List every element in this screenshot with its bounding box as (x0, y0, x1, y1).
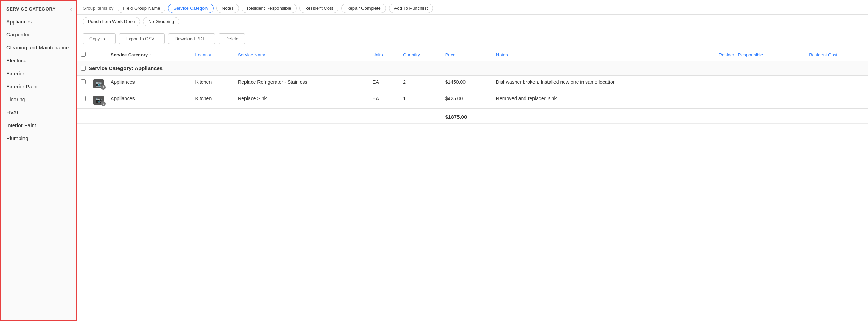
table-header-residentCost: Resident Cost (805, 48, 868, 61)
sidebar-title: SERVICE CATEGORY (1, 1, 76, 15)
toolbar: Copy to...Export to CSV...Download PDF..… (77, 30, 868, 48)
sidebar-item[interactable]: Exterior Paint (1, 80, 76, 93)
table-header-serviceName: Service Name (234, 48, 369, 61)
table-cell-residentCost (805, 76, 868, 92)
group-chip[interactable]: Repair Complete (341, 4, 386, 13)
sidebar-item[interactable]: Appliances (1, 15, 76, 28)
table-cell-price: $1450.00 (442, 76, 492, 92)
total-row: $1875.00 (77, 109, 868, 124)
toolbar-button[interactable]: Delete (219, 33, 245, 44)
table-header-quantity: Quantity (399, 48, 441, 61)
row-checkbox[interactable] (81, 79, 86, 84)
group-select-checkbox[interactable] (81, 66, 86, 71)
group-chips-row1: Field Group NameService CategoryNotesRes… (118, 4, 433, 13)
table-cell-residentResponsible (715, 92, 806, 109)
table-wrapper[interactable]: Service Category ↑LocationService NameUn… (77, 48, 868, 321)
table-cell-serviceName: Replace Refrigerator - Stainless (234, 76, 369, 92)
table-cell-img: 📷2 (90, 76, 107, 92)
table-header-notes: Notes (492, 48, 715, 61)
table-cell-units: EA (369, 92, 399, 109)
sidebar-item[interactable]: Exterior (1, 67, 76, 80)
group-chip[interactable]: Resident Cost (299, 4, 339, 13)
table-header-units: Units (369, 48, 399, 61)
table-cell-serviceCategory: Appliances (107, 76, 192, 92)
main-table: Service Category ↑LocationService NameUn… (77, 48, 868, 124)
group-chip[interactable]: Punch Item Work Done (83, 17, 140, 26)
group-chips-row2: Punch Item Work DoneNo Grouping (83, 17, 179, 26)
table-cell-quantity: 2 (399, 76, 441, 92)
total-cell-notes (492, 109, 715, 124)
sidebar-item[interactable]: Flooring (1, 93, 76, 106)
table-cell-checkbox (77, 92, 90, 109)
group-chip[interactable]: Add To Punchlist (389, 4, 433, 13)
total-cell-serviceName (234, 109, 369, 124)
sidebar-item[interactable]: Cleaning and Maintenance (1, 41, 76, 54)
table-row: 📷2AppliancesKitchenReplace SinkEA1$425.0… (77, 92, 868, 109)
total-cell-price: $1875.00 (442, 109, 492, 124)
image-thumbnail-icon[interactable]: 📷2 (93, 79, 104, 88)
select-all-checkbox[interactable] (81, 52, 86, 57)
group-chip[interactable]: No Grouping (143, 17, 179, 26)
group-bar-row1: Group items by Field Group NameService C… (77, 0, 868, 15)
table-cell-units: EA (369, 76, 399, 92)
table-cell-location: Kitchen (192, 92, 234, 109)
sidebar-item[interactable]: Plumbing (1, 132, 76, 145)
group-header-row: Service Category: Appliances (77, 61, 868, 76)
image-thumbnail-icon[interactable]: 📷2 (93, 96, 104, 105)
toolbar-buttons: Copy to...Export to CSV...Download PDF..… (83, 33, 245, 44)
sidebar: SERVICE CATEGORY ‹ AppliancesCarpentryCl… (0, 0, 77, 321)
total-cell-location (192, 109, 234, 124)
total-cell-quantity (399, 109, 441, 124)
sort-arrow-icon: ↑ (150, 53, 152, 57)
toolbar-button[interactable]: Export to CSV... (119, 33, 165, 44)
table-header-location: Location (192, 48, 234, 61)
sidebar-item[interactable]: HVAC (1, 106, 76, 119)
table-cell-notes: Dishwasher broken. Installed new one in … (492, 76, 715, 92)
toolbar-button[interactable]: Copy to... (83, 33, 116, 44)
total-cell-img (90, 109, 107, 124)
table-cell-quantity: 1 (399, 92, 441, 109)
toolbar-button[interactable]: Download PDF... (168, 33, 215, 44)
sidebar-collapse-button[interactable]: ‹ (69, 5, 74, 14)
image-count-badge: 2 (101, 85, 106, 90)
group-header-label: Service Category: Appliances (89, 65, 163, 71)
group-bar-row2: Punch Item Work DoneNo Grouping (77, 15, 868, 30)
total-cell-residentCost (805, 109, 868, 124)
total-cell-units (369, 109, 399, 124)
sidebar-item[interactable]: Interior Paint (1, 119, 76, 132)
row-checkbox[interactable] (81, 96, 86, 101)
table-cell-serviceName: Replace Sink (234, 92, 369, 109)
table-cell-serviceCategory: Appliances (107, 92, 192, 109)
table-cell-price: $425.00 (442, 92, 492, 109)
total-cell-checkbox (77, 109, 90, 124)
group-chip[interactable]: Resident Responsible (242, 4, 296, 13)
image-count-badge: 2 (101, 101, 106, 106)
table-header-price: Price (442, 48, 492, 61)
group-chip[interactable]: Field Group Name (118, 4, 165, 13)
table-header-checkbox (77, 48, 90, 61)
group-by-label: Group items by (83, 6, 113, 11)
sidebar-item[interactable]: Carpentry (1, 28, 76, 41)
table-cell-checkbox (77, 76, 90, 92)
table-row: 📷2AppliancesKitchenReplace Refrigerator … (77, 76, 868, 92)
group-chip[interactable]: Service Category (168, 4, 214, 13)
total-cell-serviceCategory (107, 109, 192, 124)
main-content: Group items by Field Group NameService C… (77, 0, 868, 321)
table-header-img (90, 48, 107, 61)
table-cell-residentResponsible (715, 76, 806, 92)
total-cell-residentResponsible (715, 109, 806, 124)
table-header-serviceCategory[interactable]: Service Category ↑ (107, 48, 192, 61)
table-cell-residentCost (805, 92, 868, 109)
sidebar-items-list: AppliancesCarpentryCleaning and Maintena… (1, 15, 76, 145)
group-chip[interactable]: Notes (216, 4, 239, 13)
sidebar-item[interactable]: Electrical (1, 54, 76, 67)
table-cell-location: Kitchen (192, 76, 234, 92)
table-cell-notes: Removed and replaced sink (492, 92, 715, 109)
table-cell-img: 📷2 (90, 92, 107, 109)
table-header-residentResponsible: Resident Responsible (715, 48, 806, 61)
